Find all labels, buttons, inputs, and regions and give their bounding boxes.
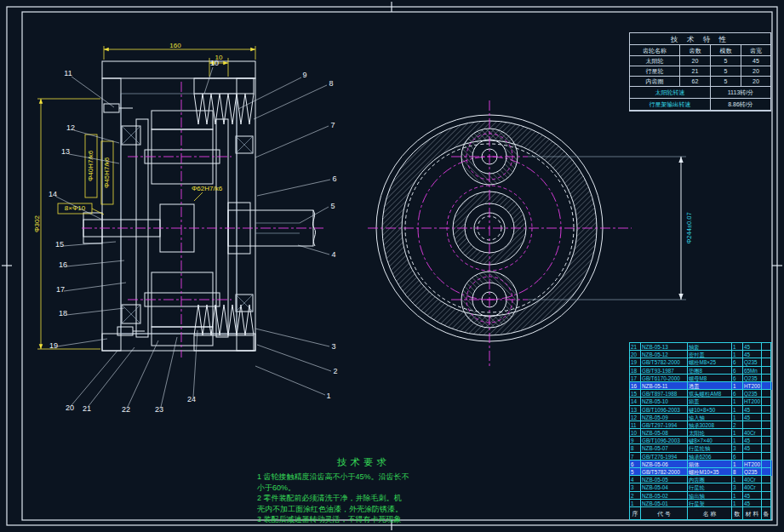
bom-cell-code: GB/T5782-2000: [641, 468, 688, 476]
bom-row[interactable]: 17 GB/T6170-2000 螺母M8 6 Q235: [630, 375, 772, 382]
bom-row[interactable]: 15 GB/T897-1988 双头螺柱AM8 6 Q235: [630, 390, 772, 398]
bom-cell-material: 45: [743, 437, 762, 444]
callout-10: 10: [210, 59, 219, 67]
bom-row[interactable]: 12 NZB-05-09 输入轴 1 45: [630, 414, 772, 421]
bom-cell-note: [762, 429, 771, 437]
ring-gear-top: [152, 111, 213, 129]
dim-fit-a: Φ40H7/k6: [87, 150, 94, 181]
bom-cell-material: Q235: [743, 375, 762, 382]
bom-cell-no: 19: [630, 358, 641, 366]
bom-cell-qty: 6: [732, 390, 743, 398]
section-view[interactable]: [82, 61, 323, 358]
bom-cell-no: 14: [630, 398, 641, 405]
bom-cell-name: 行星轮轴: [688, 444, 732, 452]
bom-cell-note: [762, 483, 771, 491]
spec-row: 内齿圈 62 5 20: [630, 77, 770, 87]
bom-row[interactable]: 2 NZB-05-02 输出轴 1 45: [630, 492, 772, 500]
bom-cell-name: 内齿圈: [688, 476, 732, 483]
bom-row[interactable]: 4 NZB-05-05 内齿圈 1 40Cr: [630, 476, 772, 483]
bom-row[interactable]: 9 GB/T1096-2003 键8×7×40 1 45: [630, 437, 772, 444]
bom-cell-code: NZB-05-01: [641, 500, 688, 507]
bom-cell-qty: 1: [732, 437, 743, 444]
bom-cell-note: [762, 390, 771, 398]
bom-row[interactable]: 5 GB/T5782-2000 螺栓M10×35 8 Q235: [630, 468, 772, 476]
bom-header-material: 材 料: [743, 507, 762, 520]
bom-cell-no: 15: [630, 390, 641, 398]
bom-cell-name: 螺栓M8×25: [688, 358, 732, 366]
bom-row[interactable]: 11 GB/T297-1994 轴承30208 2: [630, 421, 772, 429]
bom-row[interactable]: 14 NZB-05-10 箱盖 1 HT200: [630, 398, 772, 405]
bom-cell-code: GB/T93-1987: [641, 367, 688, 375]
bom-row[interactable]: 1 NZB-05-01 行星架 1 45: [630, 500, 772, 507]
bom-row[interactable]: 19 GB/T5782-2000 螺栓M8×25 6 Q235: [630, 358, 772, 366]
callout-7: 7: [330, 121, 335, 129]
bom-header-row: 序号 代 号 名 称 数量 材 料 备注: [630, 507, 772, 520]
bom-cell-material: 45: [743, 351, 762, 358]
bom-cell-name: 太阳轮: [688, 429, 732, 437]
bom-cell-note: [762, 492, 771, 500]
bom-row[interactable]: 21 NZB-05-13 轴套 1 45: [630, 343, 772, 351]
bom-rows: 21 NZB-05-13 轴套 1 45 20 NZB-05-12 密封盖 1 …: [630, 343, 772, 507]
bom-cell-code: GB/T6170-2000: [641, 375, 688, 382]
bom-row[interactable]: 18 GB/T93-1987 垫圈8 6 65Mn: [630, 367, 772, 375]
cad-canvas: { "colors": { "background": "#0b1420", "…: [0, 0, 784, 532]
bom-cell-note: [762, 382, 771, 390]
bom-row[interactable]: 8 NZB-05-07 行星轮轴 3 45: [630, 444, 772, 452]
bom-row[interactable]: 6 NZB-05-06 箱体 1 HT200: [630, 460, 772, 468]
bom-cell-code: GB/T1096-2003: [641, 406, 688, 414]
bom-cell-code: GB/T897-1988: [641, 390, 688, 398]
end-view[interactable]: Φ244±0.07: [368, 100, 693, 368]
spec-row: 行星轮 21 5 20: [630, 66, 770, 77]
bom-cell-code: NZB-05-07: [641, 444, 688, 452]
bom-cell-qty: 6: [732, 453, 743, 460]
spec-table[interactable]: 技 术 特 性 齿轮名称 齿数 模数 齿宽 太阳轮 20 5 45 行星轮 21…: [629, 32, 771, 112]
bom-cell-code: NZB-05-06: [641, 460, 688, 468]
tech-requirements-line: 1 齿轮接触精度沿齿高不小于45%。沿齿长不: [257, 472, 470, 483]
bom-cell-no: 2: [630, 492, 641, 500]
bom-cell-no: 8: [630, 444, 641, 452]
spec-header-cell: 模数: [711, 45, 741, 56]
callout-19: 19: [49, 341, 58, 350]
spec-cell-name: 行星轮: [630, 66, 680, 77]
bom-row[interactable]: 10 NZB-05-08 太阳轮 1 40Cr: [630, 429, 772, 437]
callout-21: 21: [83, 404, 91, 413]
fins-top: [194, 78, 254, 124]
bom-cell-qty: 8: [732, 468, 743, 476]
bom-cell-material: 40Cr: [743, 429, 762, 437]
bom-cell-name: 行星架: [688, 500, 732, 507]
bom-cell-code: NZB-05-04: [641, 483, 688, 491]
bom-cell-note: [762, 437, 771, 444]
bom-cell-name: 键10×8×50: [688, 406, 732, 414]
bom-cell-qty: 3: [732, 483, 743, 491]
callout-16: 16: [59, 260, 67, 269]
bom-row[interactable]: 7 GB/T276-1994 轴承6206 6: [630, 453, 772, 460]
callout-23: 23: [155, 405, 163, 414]
bom-cell-material: 45: [743, 492, 762, 500]
bom-cell-no: 11: [630, 421, 641, 429]
bom-cell-no: 9: [630, 437, 641, 444]
callout-3: 3: [331, 342, 335, 351]
bom-row[interactable]: 16 NZB-05-11 透盖 1 HT200: [630, 382, 772, 390]
bom-cell-name: 箱体: [688, 460, 732, 468]
bom-cell-material: 40Cr: [743, 476, 762, 483]
spec-cell-teeth: 21: [680, 66, 711, 77]
bearing-symbols: [122, 126, 253, 323]
bom-cell-qty: 6: [732, 367, 743, 375]
bom-cell-note: [762, 444, 771, 452]
bom-table[interactable]: 21 NZB-05-13 轴套 1 45 20 NZB-05-12 密封盖 1 …: [629, 342, 772, 520]
bom-cell-no: 16: [630, 382, 641, 390]
callout-4: 4: [331, 250, 335, 259]
bom-cell-code: NZB-05-10: [641, 398, 688, 405]
spec-speed-value: 1113转/分: [711, 87, 770, 99]
bom-cell-no: 5: [630, 468, 641, 476]
bom-row[interactable]: 13 GB/T1096-2003 键10×8×50 1 45: [630, 406, 772, 414]
bom-cell-material: 40Cr: [743, 483, 762, 491]
bom-row[interactable]: 3 NZB-05-04 行星轮 3 40Cr: [630, 483, 772, 491]
spec-cell-module: 5: [711, 66, 741, 77]
bom-cell-material: 65Mn: [743, 367, 762, 375]
bom-row[interactable]: 20 NZB-05-12 密封盖 1 45: [630, 351, 772, 358]
dim-bolt-holes: 8×Φ10: [65, 204, 86, 212]
bom-cell-note: [762, 468, 771, 476]
callout-5: 5: [330, 202, 335, 210]
bom-cell-material: 45: [743, 414, 762, 421]
